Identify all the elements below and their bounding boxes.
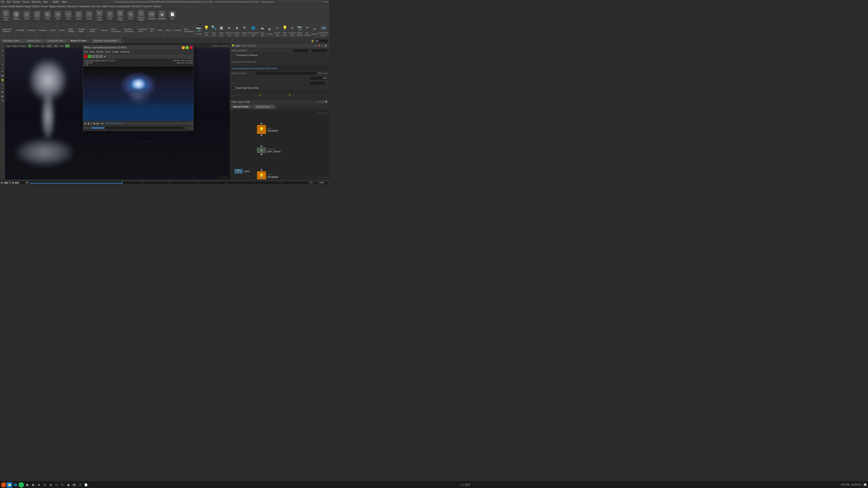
timeline-prev[interactable]: ◀◀ (4, 182, 8, 184)
shadow-res-input[interactable] (310, 76, 328, 80)
viewport-light-btn[interactable]: Light (6, 45, 11, 47)
sidebar-measure-icon[interactable]: ⊞ (0, 98, 4, 103)
metaball-btn[interactable]: ◕ Metaball (157, 9, 167, 22)
add-tab-btn[interactable]: + (123, 39, 124, 42)
torus-btn[interactable]: ◯ Torus (32, 9, 42, 22)
mplay-stop-btn2[interactable] (90, 122, 93, 125)
curve-btn[interactable]: 〜 Curve (84, 9, 94, 22)
font-btn[interactable]: A Font (126, 9, 135, 22)
switcher-btn[interactable]: ⇄ Switcher (311, 23, 318, 38)
mplay-play-btn2[interactable]: ▶ (94, 122, 96, 125)
populate-containers-label[interactable]: Populate Containers (123, 24, 137, 37)
grid-btn[interactable]: ⊞ Grid (42, 9, 53, 22)
distant-light-btn[interactable]: ☀ DistantLight (241, 23, 248, 38)
sidebar-select-icon[interactable]: ↗ (0, 44, 4, 48)
timeline-total-frames[interactable] (319, 181, 328, 185)
sidebar-sculpt-icon[interactable]: ◕ (0, 94, 4, 98)
mplay-canvas[interactable]: 人人素材 人人素材 人人素材 (83, 67, 193, 121)
sidebar-scale-icon[interactable]: ⤡ (0, 58, 4, 62)
mplay-play-btn[interactable] (88, 55, 91, 58)
drive-simulation-label[interactable]: Drive Simulation (183, 24, 195, 37)
environment-light-btn[interactable]: 🌐 EnvironmentLight (248, 23, 258, 38)
fluid-containers-label[interactable]: Fluid Containers (110, 24, 122, 37)
tab-material-palette[interactable]: Material Palette ✕ (231, 105, 253, 109)
wires-label[interactable]: Wires (164, 24, 172, 37)
mplay-full-timeline[interactable] (91, 127, 182, 129)
circle-btn[interactable]: ◯ Circle (74, 9, 84, 22)
volume-btn[interactable]: Volume (153, 5, 161, 8)
null-btn[interactable]: ⊕ Null (53, 9, 63, 22)
l-system-btn[interactable]: L-Sys L-System (147, 9, 156, 22)
scene-camera-btn[interactable]: 📷 Camera (195, 23, 203, 38)
mplay-tb3[interactable]: ▶ (103, 55, 106, 58)
mplay-maximize-btn[interactable]: □ (186, 46, 189, 49)
mplay-timeline-track[interactable] (105, 123, 190, 124)
cloud-fx-btn[interactable]: Cloud FX (143, 5, 153, 8)
mplay-tb2[interactable] (99, 55, 103, 58)
close-composite-view[interactable]: ✕ (64, 39, 66, 42)
geometry-light-btn[interactable]: ◈ GeometryLight (225, 23, 233, 38)
sidebar-light-icon[interactable]: 💡 (0, 78, 4, 82)
close-asset-browser[interactable]: ✕ (271, 105, 273, 108)
line-btn[interactable]: — Line (63, 9, 73, 22)
characters-btn[interactable]: Characters (67, 5, 78, 8)
mplay-next-frame[interactable]: ▶ (97, 122, 98, 125)
vp-enable-check[interactable]: ✓ (28, 44, 31, 47)
stereo-camera-btn[interactable]: 📷 StereoCamera (296, 23, 303, 38)
particles-label[interactable]: Particles (37, 24, 49, 37)
sphere-btn[interactable]: ● Sphere (11, 9, 21, 22)
node-graph-canvas[interactable]: Objects Indie Edition 💡 Light arealight1 (230, 109, 329, 180)
spray-paint-btn[interactable]: ◎ Spray Paint (115, 9, 125, 22)
mplay-prev-frame[interactable]: ◀ (87, 122, 89, 125)
grab-brushes-btn[interactable]: Grab Brushes (117, 5, 131, 8)
node-arealight1[interactable]: 💡 Light arealight1 (257, 123, 278, 136)
node-cam1[interactable]: 📷 cam1 (235, 169, 250, 173)
node-arealight2[interactable]: 💡 Light arealight2 (257, 169, 278, 180)
sidebar-view-icon[interactable]: 👁 (0, 69, 4, 73)
windows-menu[interactable]: Windows (32, 1, 41, 3)
timeline-track[interactable]: 1 5 10 15 20 25 30 35 40 45 (30, 182, 308, 184)
crowds-label[interactable]: Crowds (173, 24, 182, 37)
sidebar-snap-icon[interactable]: ⊡ (0, 83, 4, 87)
vp-color-swatch[interactable] (65, 44, 70, 47)
sidebar-handle-icon[interactable]: ✦ (0, 62, 4, 66)
tab-motion-fx[interactable]: Motion FX View ✕ (68, 39, 91, 43)
hair-utils-btn[interactable]: Hair Utils (91, 5, 100, 8)
caustic-light-btn[interactable]: ✦ CausticLight (274, 23, 281, 38)
ng-settings-icon[interactable]: ⚙ (317, 101, 319, 103)
grains-label[interactable]: Grains (49, 24, 57, 37)
ambient-light-btn[interactable]: ◎ AmbientLight (289, 23, 296, 38)
mplay-windows-menu[interactable]: Windows (121, 51, 130, 53)
create-btn[interactable]: Create (1, 5, 8, 8)
tube-btn[interactable]: ⊙ Tube (22, 9, 32, 22)
vp-type-select[interactable]: Grid Box Sphere (46, 44, 58, 48)
terrain-fx-btn[interactable]: Terrain FX (131, 5, 142, 8)
point-light-btn[interactable]: 💡 Point Light (203, 23, 210, 38)
pyro-fx-label[interactable]: Pyro FX (149, 24, 156, 37)
file-menu[interactable]: File (1, 1, 4, 3)
mplay-rec-btn[interactable] (84, 55, 87, 58)
tab-asset-browser[interactable]: Asset Browser ✕ (254, 105, 275, 109)
tab-render-view[interactable]: Render View ✕ (25, 39, 44, 43)
prop-search-icon[interactable]: 🔍 (325, 45, 327, 47)
vr-camera-btn[interactable]: 👁 VR Camera (304, 23, 311, 38)
shadow-map-file-input[interactable] (255, 71, 316, 75)
prop-pin-icon[interactable]: 📌 (318, 45, 320, 47)
edit-menu[interactable]: Edit (7, 1, 11, 3)
deform-btn[interactable]: Deform (32, 5, 40, 8)
add-right-tab-btn[interactable]: + (276, 105, 277, 108)
colossus-label[interactable]: Colossus (26, 24, 37, 37)
gi-light-btn[interactable]: ◐ GI Light (266, 23, 273, 38)
model-btn[interactable]: Model (16, 5, 22, 8)
sidebar-paint-icon[interactable]: ◉ (0, 90, 4, 94)
timeline-skip-start[interactable]: ⏮ (1, 182, 3, 184)
shadow-num-input[interactable] (310, 81, 328, 85)
mplay-close-btn[interactable]: ✕ (189, 46, 193, 49)
layout-menu[interactable]: Layout (237, 101, 244, 103)
close-geometry-spreadsheet[interactable]: ✕ (118, 39, 120, 42)
transparent-shadows-check[interactable]: ✓ (231, 54, 235, 57)
help-menu2[interactable]: Help (245, 101, 250, 103)
rigging-btn[interactable]: Rigging (49, 5, 57, 8)
prop-value-input2[interactable] (310, 49, 328, 53)
close-animation-editor[interactable]: ✕ (20, 39, 22, 42)
